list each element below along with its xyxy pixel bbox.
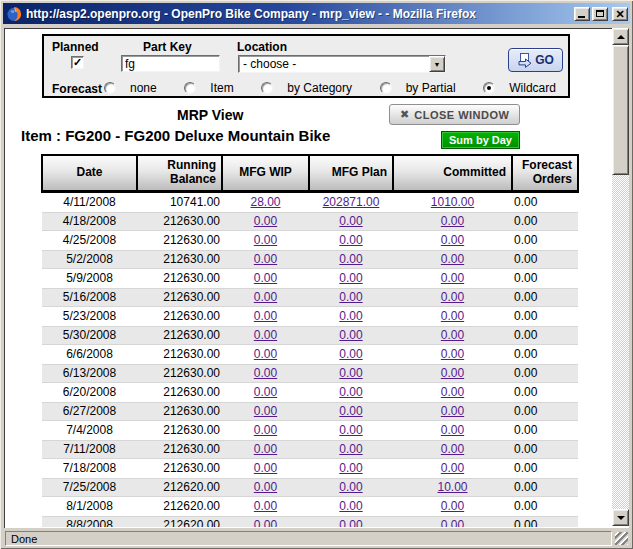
mfg-plan-link[interactable]: 0.00 <box>339 442 362 456</box>
mfg-wip-link[interactable]: 0.00 <box>254 366 277 380</box>
table-cell: 0.00 <box>222 269 309 288</box>
table-row: 5/9/2008212630.000.000.000.000.00 <box>42 269 578 288</box>
committed-link[interactable]: 0.00 <box>441 233 464 247</box>
mfg-wip-link[interactable]: 0.00 <box>254 233 277 247</box>
table-cell: 0.00 <box>309 307 393 326</box>
forecast-option-item[interactable]: Item <box>184 81 233 95</box>
table-cell: 0.00 <box>393 497 512 516</box>
mfg-wip-link[interactable]: 0.00 <box>254 347 277 361</box>
committed-link[interactable]: 0.00 <box>441 404 464 418</box>
mfg-plan-link[interactable]: 0.00 <box>339 518 362 528</box>
date-cell: 4/11/2008 <box>42 191 137 212</box>
mfg-wip-link[interactable]: 28.00 <box>250 195 280 209</box>
forecast-option-by-category[interactable]: by Category <box>261 81 352 95</box>
radio-button[interactable] <box>184 82 196 94</box>
date-cell: 6/27/2008 <box>42 402 137 421</box>
mfg-plan-link[interactable]: 0.00 <box>339 404 362 418</box>
table-row: 6/27/2008212630.000.000.000.000.00 <box>42 402 578 421</box>
mfg-plan-link[interactable]: 0.00 <box>339 214 362 228</box>
mfg-wip-link[interactable]: 0.00 <box>254 480 277 494</box>
mfg-plan-link[interactable]: 0.00 <box>339 328 362 342</box>
forecast-orders-cell: 0.00 <box>512 421 578 440</box>
table-cell: 0.00 <box>393 440 512 459</box>
table-row: 7/11/2008212630.000.000.000.000.00 <box>42 440 578 459</box>
committed-link[interactable]: 0.00 <box>441 461 464 475</box>
mfg-plan-link[interactable]: 0.00 <box>339 252 362 266</box>
committed-link[interactable]: 0.00 <box>441 290 464 304</box>
committed-link[interactable]: 0.00 <box>441 423 464 437</box>
titlebar[interactable]: http://asp2.openpro.org - OpenPro Bike C… <box>3 3 630 24</box>
mfg-wip-link[interactable]: 0.00 <box>254 309 277 323</box>
table-cell: 0.00 <box>222 478 309 497</box>
table-cell: 0.00 <box>309 516 393 528</box>
mfg-wip-link[interactable]: 0.00 <box>254 442 277 456</box>
radio-button[interactable] <box>261 82 273 94</box>
mfg-wip-link[interactable]: 0.00 <box>254 499 277 513</box>
committed-link[interactable]: 0.00 <box>441 252 464 266</box>
mfg-wip-link[interactable]: 0.00 <box>254 271 277 285</box>
date-cell: 6/20/2008 <box>42 383 137 402</box>
scroll-thumb[interactable] <box>612 45 629 175</box>
mfg-wip-link[interactable]: 0.00 <box>254 252 277 266</box>
committed-link[interactable]: 1010.00 <box>431 195 474 209</box>
committed-link[interactable]: 0.00 <box>441 518 464 528</box>
mfg-plan-link[interactable]: 0.00 <box>339 290 362 304</box>
mfg-wip-link[interactable]: 0.00 <box>254 328 277 342</box>
table-cell: 0.00 <box>393 326 512 345</box>
date-cell: 5/2/2008 <box>42 250 137 269</box>
go-button[interactable]: GO <box>508 48 563 72</box>
radio-button[interactable] <box>380 82 392 94</box>
minimize-button[interactable] <box>574 7 590 21</box>
mfg-wip-link[interactable]: 0.00 <box>254 423 277 437</box>
mfg-wip-link[interactable]: 0.00 <box>254 404 277 418</box>
committed-link[interactable]: 0.00 <box>441 347 464 361</box>
sum-by-day-button[interactable]: Sum by Day <box>441 131 520 149</box>
running-balance-cell: 212630.00 <box>137 345 222 364</box>
mfg-wip-link[interactable]: 0.00 <box>254 518 277 528</box>
mfg-plan-link[interactable]: 0.00 <box>339 480 362 494</box>
committed-link[interactable]: 0.00 <box>441 499 464 513</box>
mfg-plan-link[interactable]: 0.00 <box>339 309 362 323</box>
forecast-orders-cell: 0.00 <box>512 231 578 250</box>
forecast-option-wildcard[interactable]: Wildcard <box>483 81 556 95</box>
mfg-plan-link[interactable]: 0.00 <box>339 271 362 285</box>
date-cell: 6/6/2008 <box>42 345 137 364</box>
committed-link[interactable]: 0.00 <box>441 366 464 380</box>
forecast-option-none[interactable]: none <box>104 81 157 95</box>
mfg-plan-link[interactable]: 0.00 <box>339 347 362 361</box>
dropdown-arrow-icon[interactable]: ▼ <box>429 56 445 72</box>
mfg-plan-link[interactable]: 202871.00 <box>323 195 380 209</box>
mfg-plan-link[interactable]: 0.00 <box>339 461 362 475</box>
vertical-scrollbar[interactable] <box>612 28 629 526</box>
scroll-up-button[interactable] <box>612 28 629 45</box>
mfg-plan-link[interactable]: 0.00 <box>339 385 362 399</box>
committed-link[interactable]: 0.00 <box>441 309 464 323</box>
close-button[interactable]: ✕ <box>612 7 628 21</box>
part-key-input[interactable] <box>121 55 220 72</box>
forecast-option-by-partial[interactable]: by Partial <box>380 81 456 95</box>
committed-link[interactable]: 0.00 <box>441 385 464 399</box>
mfg-plan-link[interactable]: 0.00 <box>339 423 362 437</box>
radio-button[interactable] <box>483 82 495 94</box>
committed-link[interactable]: 0.00 <box>441 271 464 285</box>
committed-link[interactable]: 0.00 <box>441 442 464 456</box>
location-select[interactable]: - choose - ▼ <box>238 55 446 73</box>
committed-link[interactable]: 10.00 <box>437 480 467 494</box>
committed-link[interactable]: 0.00 <box>441 214 464 228</box>
resize-grip[interactable] <box>615 532 628 545</box>
committed-link[interactable]: 0.00 <box>441 328 464 342</box>
running-balance-cell: 212630.00 <box>137 288 222 307</box>
scroll-down-button[interactable] <box>612 509 629 526</box>
mfg-wip-link[interactable]: 0.00 <box>254 385 277 399</box>
mfg-wip-link[interactable]: 0.00 <box>254 214 277 228</box>
radio-button[interactable] <box>104 82 116 94</box>
close-window-button[interactable]: ✖ CLOSE WINDOW <box>389 104 520 125</box>
mfg-wip-link[interactable]: 0.00 <box>254 461 277 475</box>
mfg-plan-link[interactable]: 0.00 <box>339 233 362 247</box>
planned-checkbox[interactable]: ✓ <box>71 56 84 69</box>
maximize-button[interactable] <box>592 7 608 21</box>
mfg-wip-link[interactable]: 0.00 <box>254 290 277 304</box>
mfg-plan-link[interactable]: 0.00 <box>339 366 362 380</box>
mfg-plan-link[interactable]: 0.00 <box>339 499 362 513</box>
table-cell: 0.00 <box>222 440 309 459</box>
